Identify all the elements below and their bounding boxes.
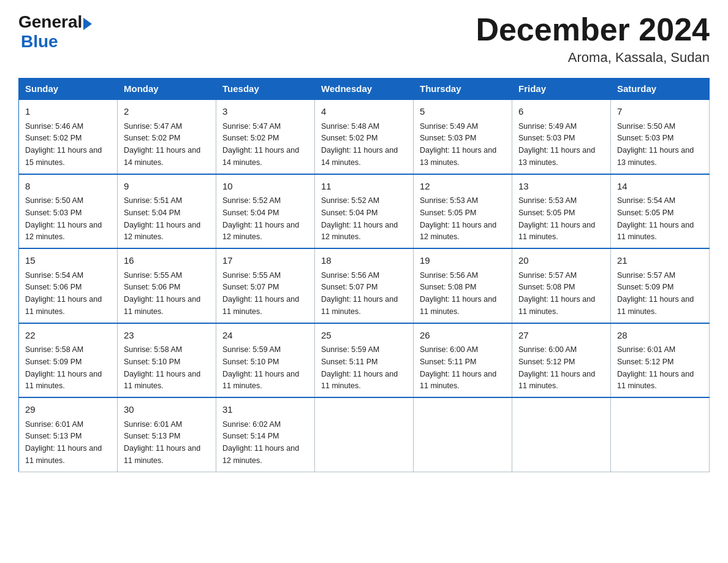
day-sunset: Sunset: 5:09 PM [25,358,82,366]
logo: General Blue [18,12,92,52]
header-friday: Friday [512,79,611,100]
day-sunset: Sunset: 5:11 PM [420,358,476,366]
day-sunset: Sunset: 5:02 PM [321,134,377,142]
day-sunset: Sunset: 5:05 PM [518,209,575,217]
day-sunset: Sunset: 5:07 PM [321,283,377,291]
day-sunset: Sunset: 5:02 PM [222,134,279,142]
day-sunset: Sunset: 5:12 PM [617,358,673,366]
calendar-cell: 10 Sunrise: 5:52 AM Sunset: 5:04 PM Dayl… [216,174,315,249]
calendar-cell: 15 Sunrise: 5:54 AM Sunset: 5:06 PM Dayl… [19,248,118,323]
day-number: 28 [617,329,703,343]
calendar-cell: 6 Sunrise: 5:49 AM Sunset: 5:03 PM Dayli… [512,99,611,174]
day-sunset: Sunset: 5:13 PM [25,432,82,440]
day-number: 14 [617,180,703,194]
day-daylight: Daylight: 11 hours and 11 minutes. [321,295,398,316]
calendar-cell: 24 Sunrise: 5:59 AM Sunset: 5:10 PM Dayl… [216,323,315,398]
day-number: 3 [222,105,308,119]
day-sunset: Sunset: 5:08 PM [518,283,575,291]
calendar-cell: 5 Sunrise: 5:49 AM Sunset: 5:03 PM Dayli… [414,99,512,174]
calendar-cell: 17 Sunrise: 5:55 AM Sunset: 5:07 PM Dayl… [216,248,315,323]
header-saturday: Saturday [611,79,710,100]
day-sunrise: Sunrise: 5:52 AM [321,196,379,205]
day-sunrise: Sunrise: 5:53 AM [420,196,478,205]
day-daylight: Daylight: 11 hours and 14 minutes. [222,146,299,167]
day-sunrise: Sunrise: 5:55 AM [222,271,281,280]
day-number: 25 [321,329,407,343]
calendar-cell: 11 Sunrise: 5:52 AM Sunset: 5:04 PM Dayl… [315,174,414,249]
calendar-cell [512,397,611,472]
calendar-cell: 27 Sunrise: 6:00 AM Sunset: 5:12 PM Dayl… [512,323,611,398]
day-sunrise: Sunrise: 6:00 AM [518,345,577,354]
day-sunset: Sunset: 5:10 PM [124,358,180,366]
day-sunrise: Sunrise: 5:53 AM [518,196,577,205]
calendar-cell: 9 Sunrise: 5:51 AM Sunset: 5:04 PM Dayli… [118,174,216,249]
day-number: 27 [518,329,604,343]
day-sunset: Sunset: 5:06 PM [25,283,82,291]
calendar-title: December 2024 [476,12,710,47]
day-daylight: Daylight: 11 hours and 11 minutes. [518,221,595,242]
day-sunrise: Sunrise: 5:51 AM [124,196,182,205]
day-daylight: Daylight: 11 hours and 15 minutes. [25,146,102,167]
calendar-cell: 8 Sunrise: 5:50 AM Sunset: 5:03 PM Dayli… [19,174,118,249]
calendar-cell: 12 Sunrise: 5:53 AM Sunset: 5:05 PM Dayl… [414,174,512,249]
calendar-cell: 23 Sunrise: 5:58 AM Sunset: 5:10 PM Dayl… [118,323,216,398]
calendar-cell: 16 Sunrise: 5:55 AM Sunset: 5:06 PM Dayl… [118,248,216,323]
day-daylight: Daylight: 11 hours and 13 minutes. [420,146,496,167]
day-sunset: Sunset: 5:06 PM [124,283,180,291]
calendar-cell [611,397,710,472]
day-number: 15 [25,254,111,268]
calendar-cell: 21 Sunrise: 5:57 AM Sunset: 5:09 PM Dayl… [611,248,710,323]
day-sunset: Sunset: 5:02 PM [124,134,180,142]
day-number: 10 [222,180,308,194]
day-daylight: Daylight: 11 hours and 11 minutes. [124,444,200,465]
calendar-week-row: 29 Sunrise: 6:01 AM Sunset: 5:13 PM Dayl… [19,397,710,472]
day-number: 22 [25,329,111,343]
day-sunrise: Sunrise: 5:58 AM [25,345,83,354]
day-number: 31 [222,403,308,417]
day-daylight: Daylight: 11 hours and 12 minutes. [222,221,299,242]
calendar-cell: 22 Sunrise: 5:58 AM Sunset: 5:09 PM Dayl… [19,323,118,398]
day-sunrise: Sunrise: 5:54 AM [25,271,83,280]
day-number: 7 [617,105,703,119]
logo-arrow-icon [83,18,92,30]
calendar-week-row: 22 Sunrise: 5:58 AM Sunset: 5:09 PM Dayl… [19,323,710,398]
calendar-cell: 3 Sunrise: 5:47 AM Sunset: 5:02 PM Dayli… [216,99,315,174]
calendar-cell [414,397,512,472]
day-number: 30 [124,403,210,417]
day-sunrise: Sunrise: 6:00 AM [420,345,478,354]
logo-blue-text: Blue [21,32,92,52]
calendar-cell: 28 Sunrise: 6:01 AM Sunset: 5:12 PM Dayl… [611,323,710,398]
day-daylight: Daylight: 11 hours and 11 minutes. [25,370,102,391]
header-thursday: Thursday [414,79,512,100]
day-daylight: Daylight: 11 hours and 12 minutes. [222,444,299,465]
day-sunrise: Sunrise: 5:59 AM [222,345,281,354]
day-number: 8 [25,180,111,194]
day-number: 18 [321,254,407,268]
day-sunrise: Sunrise: 5:58 AM [124,345,182,354]
calendar-subtitle: Aroma, Kassala, Sudan [476,50,710,66]
day-sunset: Sunset: 5:11 PM [321,358,377,366]
day-number: 12 [420,180,506,194]
calendar-cell: 30 Sunrise: 6:01 AM Sunset: 5:13 PM Dayl… [118,397,216,472]
day-sunset: Sunset: 5:07 PM [222,283,279,291]
logo-general-text: General [18,12,82,32]
day-sunrise: Sunrise: 5:50 AM [617,122,675,131]
day-number: 20 [518,254,604,268]
day-sunset: Sunset: 5:03 PM [617,134,673,142]
day-daylight: Daylight: 11 hours and 11 minutes. [617,295,694,316]
day-daylight: Daylight: 11 hours and 14 minutes. [321,146,398,167]
day-daylight: Daylight: 11 hours and 13 minutes. [617,146,694,167]
calendar-week-row: 1 Sunrise: 5:46 AM Sunset: 5:02 PM Dayli… [19,99,710,174]
day-number: 6 [518,105,604,119]
day-sunset: Sunset: 5:09 PM [617,283,673,291]
day-daylight: Daylight: 11 hours and 11 minutes. [25,295,102,316]
day-daylight: Daylight: 11 hours and 11 minutes. [617,221,694,242]
calendar-cell: 18 Sunrise: 5:56 AM Sunset: 5:07 PM Dayl… [315,248,414,323]
day-sunset: Sunset: 5:04 PM [321,209,377,217]
calendar-cell: 7 Sunrise: 5:50 AM Sunset: 5:03 PM Dayli… [611,99,710,174]
day-sunset: Sunset: 5:03 PM [420,134,476,142]
day-number: 11 [321,180,407,194]
header-monday: Monday [118,79,216,100]
day-number: 21 [617,254,703,268]
day-sunrise: Sunrise: 5:56 AM [321,271,379,280]
